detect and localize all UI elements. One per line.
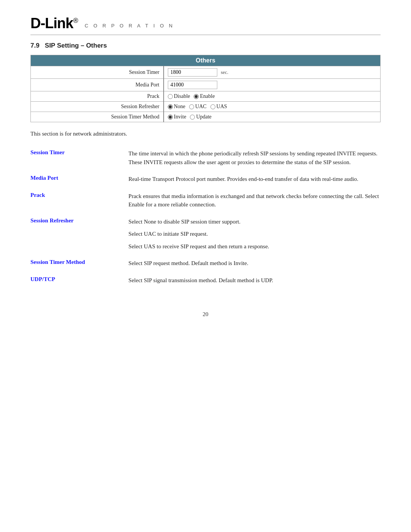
table-row: Session Timer sec. bbox=[31, 66, 381, 79]
def-media-port: Real-time Transport Protocol port number… bbox=[129, 170, 381, 187]
table-header-cell: Others bbox=[31, 55, 381, 66]
refresher-def-part3: Select UAS to receive SIP request and th… bbox=[129, 242, 381, 251]
refresher-uas-radio[interactable] bbox=[210, 104, 215, 109]
def-session-refresher: Select None to disable SIP session timer… bbox=[129, 213, 381, 255]
method-update-option[interactable]: Update bbox=[190, 114, 211, 120]
term-session-timer-method: Session Timer Method bbox=[30, 254, 129, 272]
page-header: D-Link® C O R P O R A T I O N bbox=[30, 15, 381, 35]
method-invite-radio[interactable] bbox=[168, 115, 173, 120]
term-udptcp: UDP/TCP bbox=[30, 272, 129, 289]
prack-disable-option[interactable]: Disable bbox=[168, 93, 190, 99]
def-prack: Prack ensures that media information is … bbox=[129, 187, 381, 213]
session-refresher-value-cell: None UAC UAS bbox=[164, 102, 381, 112]
session-timer-unit: sec. bbox=[221, 69, 228, 75]
media-port-label: Media Port bbox=[31, 79, 164, 91]
desc-row-session-timer-method: Session Timer Method Select SIP request … bbox=[30, 254, 381, 272]
term-session-timer: Session Timer bbox=[30, 145, 129, 170]
prack-enable-radio[interactable] bbox=[194, 94, 199, 99]
desc-row-prack: Prack Prack ensures that media informati… bbox=[30, 187, 381, 213]
def-session-timer-method: Select SIP request method. Default metho… bbox=[129, 254, 381, 272]
session-timer-label: Session Timer bbox=[31, 66, 164, 79]
session-refresher-radio-group: None UAC UAS bbox=[168, 104, 376, 110]
media-port-value-cell bbox=[164, 79, 381, 91]
prack-label: Prack bbox=[31, 91, 164, 102]
session-timer-method-radio-group: Invite Update bbox=[168, 114, 376, 120]
def-udptcp: Select SIP signal transmission method. D… bbox=[129, 272, 381, 289]
term-media-port: Media Port bbox=[30, 170, 129, 187]
refresher-uas-option[interactable]: UAS bbox=[210, 104, 227, 110]
session-timer-method-value-cell: Invite Update bbox=[164, 112, 381, 122]
term-prack: Prack bbox=[30, 187, 129, 213]
table-row: Session Timer Method Invite Update bbox=[31, 112, 381, 122]
table-row: Prack Disable Enable bbox=[31, 91, 381, 102]
method-update-radio[interactable] bbox=[190, 115, 195, 120]
session-refresher-label: Session Refresher bbox=[31, 102, 164, 112]
prack-disable-radio[interactable] bbox=[168, 94, 173, 99]
session-timer-input[interactable] bbox=[168, 68, 217, 77]
prack-value-cell: Disable Enable bbox=[164, 91, 381, 102]
corporation-text: C O R P O R A T I O N bbox=[84, 18, 174, 29]
desc-row-media-port: Media Port Real-time Transport Protocol … bbox=[30, 170, 381, 187]
dlink-logo: D-Link® bbox=[30, 15, 78, 32]
refresher-none-option[interactable]: None bbox=[168, 104, 185, 110]
session-timer-method-label: Session Timer Method bbox=[31, 112, 164, 122]
def-session-timer: The time interval in which the phone per… bbox=[129, 145, 381, 170]
desc-row-session-timer: Session Timer The time interval in which… bbox=[30, 145, 381, 170]
admin-note: This section is for network administrato… bbox=[30, 131, 381, 137]
settings-table: Others Session Timer sec. Media Port Pra… bbox=[30, 55, 381, 122]
desc-row-session-refresher: Session Refresher Select None to disable… bbox=[30, 213, 381, 255]
page-number: 20 bbox=[30, 311, 381, 318]
refresher-none-radio[interactable] bbox=[168, 104, 173, 109]
table-row: Media Port bbox=[31, 79, 381, 91]
section-title: 7.9 SIP Setting – Others bbox=[30, 42, 381, 50]
refresher-uac-radio[interactable] bbox=[189, 104, 194, 109]
prack-enable-option[interactable]: Enable bbox=[194, 93, 215, 99]
descriptions-table: Session Timer The time interval in which… bbox=[30, 145, 381, 288]
session-timer-value-cell: sec. bbox=[164, 66, 381, 79]
desc-row-udptcp: UDP/TCP Select SIP signal transmission m… bbox=[30, 272, 381, 289]
method-invite-option[interactable]: Invite bbox=[168, 114, 186, 120]
refresher-def-part1: Select None to disable SIP session timer… bbox=[129, 217, 381, 226]
refresher-uac-option[interactable]: UAC bbox=[189, 104, 207, 110]
term-session-refresher: Session Refresher bbox=[30, 213, 129, 255]
prack-radio-group: Disable Enable bbox=[168, 93, 376, 99]
table-row: Session Refresher None UAC UAS bbox=[31, 102, 381, 112]
table-header-row: Others bbox=[31, 55, 381, 66]
refresher-def-part2: Select UAC to initiate SIP request. bbox=[129, 230, 381, 238]
media-port-input[interactable] bbox=[168, 81, 217, 89]
